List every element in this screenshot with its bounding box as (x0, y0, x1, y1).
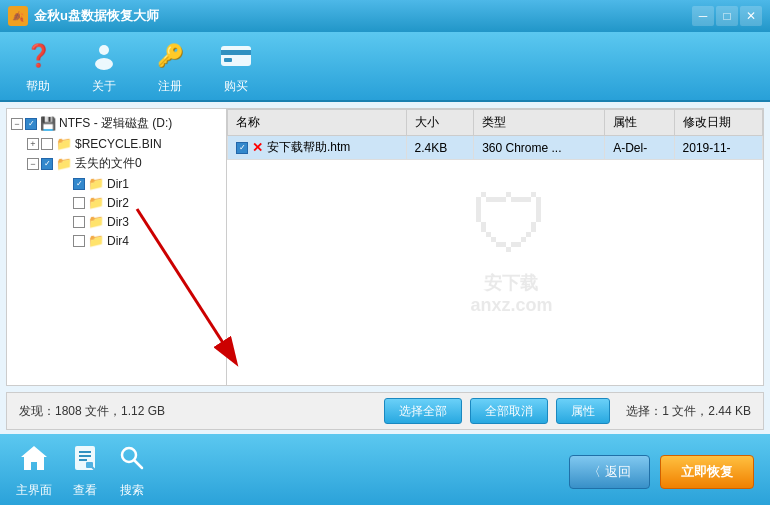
table-row[interactable]: ✕ 安下载帮助.htm 2.4KB 360 Chrome ... A-Del- … (228, 136, 763, 160)
search-icon (118, 444, 146, 479)
tree-item-dir3[interactable]: 📁 Dir3 (7, 212, 226, 231)
svg-rect-11 (79, 459, 87, 461)
tree-label-recycle: $RECYCLE.BIN (75, 137, 162, 151)
bottom-nav-right: 〈 返回 立即恢复 (569, 455, 754, 489)
folder-icon-dir2: 📁 (88, 195, 104, 210)
toolbar-register[interactable]: 🔑 注册 (152, 38, 188, 95)
file-checkbox[interactable] (236, 142, 248, 154)
file-type: 360 Chrome ... (474, 136, 605, 160)
app-icon: 🍂 (8, 6, 28, 26)
toolbar-buy[interactable]: 购买 (218, 38, 254, 95)
svg-rect-9 (79, 451, 91, 453)
close-button[interactable]: ✕ (740, 6, 762, 26)
file-name-cell[interactable]: ✕ 安下载帮助.htm (228, 136, 407, 160)
tree-item-root[interactable]: − 💾 NTFS - 逻辑磁盘 (D:) (7, 113, 226, 134)
col-attr[interactable]: 属性 (605, 110, 674, 136)
tree-expand-lost[interactable]: − (27, 158, 39, 170)
svg-rect-3 (221, 50, 251, 55)
tree-checkbox-dir3[interactable] (73, 216, 85, 228)
properties-button[interactable]: 属性 (556, 398, 610, 424)
tree-checkbox-root[interactable] (25, 118, 37, 130)
tree-expand-recycle[interactable]: + (27, 138, 39, 150)
folder-icon-lost: 📁 (56, 156, 72, 171)
select-all-button[interactable]: 选择全部 (384, 398, 462, 424)
tree-checkbox-dir4[interactable] (73, 235, 85, 247)
toolbar-help[interactable]: ❓ 帮助 (20, 38, 56, 95)
nav-search-label: 搜索 (120, 482, 144, 499)
home-icon (19, 444, 49, 479)
toolbar-about-label: 关于 (92, 78, 116, 95)
toolbar-about[interactable]: 关于 (86, 38, 122, 95)
app-title: 金秋u盘数据恢复大师 (34, 7, 692, 25)
toolbar: ❓ 帮助 关于 🔑 注册 购买 (0, 32, 770, 102)
buy-icon (218, 38, 254, 74)
main-content: − 💾 NTFS - 逻辑磁盘 (D:) + 📁 $RECYCLE.BIN − … (6, 108, 764, 386)
deselect-all-button[interactable]: 全部取消 (470, 398, 548, 424)
svg-rect-4 (224, 58, 232, 62)
tree-label-dir4: Dir4 (107, 234, 129, 248)
tree-checkbox-recycle[interactable] (41, 138, 53, 150)
window-controls: ─ □ ✕ (692, 6, 762, 26)
svg-line-15 (134, 460, 142, 468)
watermark-url: anxz.com (470, 295, 552, 316)
folder-icon-dir3: 📁 (88, 214, 104, 229)
tree-panel[interactable]: − 💾 NTFS - 逻辑磁盘 (D:) + 📁 $RECYCLE.BIN − … (7, 109, 227, 385)
folder-icon-recycle: 📁 (56, 136, 72, 151)
delete-icon: ✕ (252, 140, 263, 155)
toolbar-buy-label: 购买 (224, 78, 248, 95)
title-bar: 🍂 金秋u盘数据恢复大师 ─ □ ✕ (0, 0, 770, 32)
back-button[interactable]: 〈 返回 (569, 455, 650, 489)
file-size: 2.4KB (406, 136, 474, 160)
file-table: 名称 大小 类型 属性 修改日期 ✕ 安下载帮助.htm (227, 109, 763, 160)
tree-item-lost[interactable]: − 📁 丢失的文件0 (7, 153, 226, 174)
folder-icon-dir1: 📁 (88, 176, 104, 191)
maximize-button[interactable]: □ (716, 6, 738, 26)
watermark: 🛡 安下载 anxz.com (470, 179, 552, 316)
browse-icon (72, 444, 98, 479)
watermark-text: 安下载 (470, 271, 552, 295)
selection-info: 选择：1 文件，2.44 KB (626, 403, 751, 420)
bottom-nav-left: 主界面 查看 (16, 444, 146, 499)
help-icon: ❓ (20, 38, 56, 74)
file-panel[interactable]: 🛡 安下载 anxz.com 名称 大小 类型 属性 修改日期 (227, 109, 763, 385)
toolbar-help-label: 帮助 (26, 78, 50, 95)
tree-item-dir2[interactable]: 📁 Dir2 (7, 193, 226, 212)
register-icon: 🔑 (152, 38, 188, 74)
file-attr: A-Del- (605, 136, 674, 160)
col-type[interactable]: 类型 (474, 110, 605, 136)
col-name[interactable]: 名称 (228, 110, 407, 136)
tree-label-root: NTFS - 逻辑磁盘 (D:) (59, 115, 172, 132)
file-name: 安下载帮助.htm (267, 139, 350, 156)
tree-checkbox-lost[interactable] (41, 158, 53, 170)
col-date[interactable]: 修改日期 (674, 110, 762, 136)
toolbar-register-label: 注册 (158, 78, 182, 95)
tree-label-dir3: Dir3 (107, 215, 129, 229)
svg-point-1 (95, 58, 113, 70)
nav-browse[interactable]: 查看 (72, 444, 98, 499)
file-date: 2019-11- (674, 136, 762, 160)
nav-search[interactable]: 搜索 (118, 444, 146, 499)
svg-rect-10 (79, 455, 91, 457)
tree-expand-root[interactable]: − (11, 118, 23, 130)
tree-item-recycle[interactable]: + 📁 $RECYCLE.BIN (7, 134, 226, 153)
minimize-button[interactable]: ─ (692, 6, 714, 26)
svg-rect-2 (221, 46, 251, 66)
tree-label-dir1: Dir1 (107, 177, 129, 191)
bottom-nav: 主界面 查看 (0, 434, 770, 505)
tree-label-dir2: Dir2 (107, 196, 129, 210)
nav-home[interactable]: 主界面 (16, 444, 52, 499)
about-icon (86, 38, 122, 74)
svg-point-0 (99, 45, 109, 55)
drive-icon: 💾 (40, 116, 56, 131)
tree-item-dir1[interactable]: 📁 Dir1 (7, 174, 226, 193)
tree-checkbox-dir1[interactable] (73, 178, 85, 190)
tree-item-dir4[interactable]: 📁 Dir4 (7, 231, 226, 250)
folder-icon-dir4: 📁 (88, 233, 104, 248)
svg-marker-7 (21, 446, 47, 470)
tree-checkbox-dir2[interactable] (73, 197, 85, 209)
col-size[interactable]: 大小 (406, 110, 474, 136)
recover-button[interactable]: 立即恢复 (660, 455, 754, 489)
nav-browse-label: 查看 (73, 482, 97, 499)
watermark-shield-icon: 🛡 (470, 179, 552, 271)
tree-label-lost: 丢失的文件0 (75, 155, 142, 172)
